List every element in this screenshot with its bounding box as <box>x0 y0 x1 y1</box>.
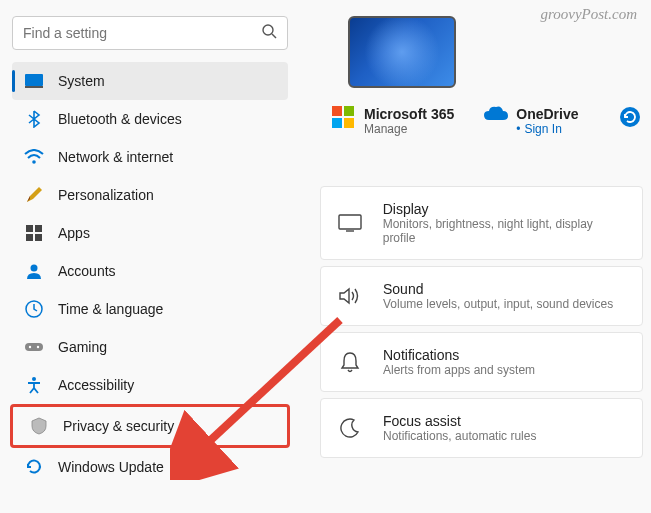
shield-icon <box>29 416 49 436</box>
sidebar-item-accounts[interactable]: Accounts <box>12 252 288 290</box>
svg-rect-20 <box>339 215 361 229</box>
sidebar-item-label: System <box>58 73 276 89</box>
sidebar-item-network[interactable]: Network & internet <box>12 138 288 176</box>
card-desc: Notifications, automatic rules <box>383 429 536 443</box>
svg-rect-2 <box>25 74 43 86</box>
microsoft-icon <box>332 106 354 128</box>
sound-icon <box>337 283 363 309</box>
svg-rect-8 <box>35 234 42 241</box>
sidebar-item-label: Privacy & security <box>63 418 271 434</box>
accessibility-icon <box>24 375 44 395</box>
ms365-sub: Manage <box>364 122 454 136</box>
card-desc: Monitors, brightness, night light, displ… <box>383 217 626 245</box>
sidebar-item-personalization[interactable]: Personalization <box>12 176 288 214</box>
svg-point-19 <box>620 107 640 127</box>
card-title: Display <box>383 201 626 217</box>
svg-rect-15 <box>332 106 342 116</box>
search-icon <box>261 23 277 43</box>
microsoft-365-tile[interactable]: Microsoft 365 Manage <box>332 106 454 136</box>
search-box[interactable] <box>12 16 288 50</box>
svg-point-12 <box>29 346 31 348</box>
paintbrush-icon <box>24 185 44 205</box>
sidebar-item-label: Network & internet <box>58 149 276 165</box>
main-content: Microsoft 365 Manage OneDrive •Sign In D… <box>300 0 651 458</box>
display-icon <box>337 210 363 236</box>
card-sound[interactable]: Sound Volume levels, output, input, soun… <box>320 266 643 326</box>
card-focus-assist[interactable]: Focus assist Notifications, automatic ru… <box>320 398 643 458</box>
sidebar-item-windows-update[interactable]: Windows Update <box>12 448 288 486</box>
update-icon <box>24 457 44 477</box>
bell-icon <box>337 349 363 375</box>
sidebar-item-time-language[interactable]: Time & language <box>12 290 288 328</box>
sidebar-item-privacy-security[interactable]: Privacy & security <box>17 407 283 445</box>
sidebar-item-accessibility[interactable]: Accessibility <box>12 366 288 404</box>
wifi-icon <box>24 147 44 167</box>
sidebar-item-apps[interactable]: Apps <box>12 214 288 252</box>
svg-rect-11 <box>25 343 43 351</box>
svg-point-9 <box>31 265 38 272</box>
sidebar-item-label: Accounts <box>58 263 276 279</box>
sidebar-item-label: Apps <box>58 225 276 241</box>
watermark: groovyPost.com <box>540 6 637 23</box>
card-display[interactable]: Display Monitors, brightness, night ligh… <box>320 186 643 260</box>
sidebar-item-label: Personalization <box>58 187 276 203</box>
sync-icon[interactable] <box>619 106 641 128</box>
system-icon <box>24 71 44 91</box>
card-title: Notifications <box>383 347 535 363</box>
sidebar-item-gaming[interactable]: Gaming <box>12 328 288 366</box>
gamepad-icon <box>24 337 44 357</box>
svg-rect-16 <box>344 106 354 116</box>
sidebar-item-label: Bluetooth & devices <box>58 111 276 127</box>
card-desc: Volume levels, output, input, sound devi… <box>383 297 613 311</box>
svg-line-1 <box>272 34 276 38</box>
sidebar-item-label: Accessibility <box>58 377 276 393</box>
onedrive-title: OneDrive <box>516 106 578 122</box>
sidebar-item-label: Gaming <box>58 339 276 355</box>
svg-rect-6 <box>35 225 42 232</box>
card-title: Focus assist <box>383 413 536 429</box>
annotation-highlight: Privacy & security <box>10 404 290 448</box>
cloud-services-row: Microsoft 365 Manage OneDrive •Sign In <box>320 106 651 136</box>
svg-point-14 <box>32 377 36 381</box>
sidebar-item-label: Time & language <box>58 301 276 317</box>
ms365-title: Microsoft 365 <box>364 106 454 122</box>
card-desc: Alerts from apps and system <box>383 363 535 377</box>
card-notifications[interactable]: Notifications Alerts from apps and syste… <box>320 332 643 392</box>
svg-point-13 <box>37 346 39 348</box>
svg-rect-18 <box>344 118 354 128</box>
svg-rect-5 <box>26 225 33 232</box>
apps-icon <box>24 223 44 243</box>
sidebar-item-label: Windows Update <box>58 459 276 475</box>
bluetooth-icon <box>24 109 44 129</box>
onedrive-tile[interactable]: OneDrive •Sign In <box>484 106 578 136</box>
card-title: Sound <box>383 281 613 297</box>
onedrive-sub: •Sign In <box>516 122 578 136</box>
search-input[interactable] <box>23 25 261 41</box>
sidebar: System Bluetooth & devices Network & int… <box>0 0 300 486</box>
svg-point-0 <box>263 25 273 35</box>
svg-rect-3 <box>25 86 43 88</box>
svg-rect-17 <box>332 118 342 128</box>
onedrive-icon <box>484 106 506 128</box>
moon-icon <box>337 415 363 441</box>
svg-point-4 <box>32 160 36 164</box>
sidebar-item-bluetooth[interactable]: Bluetooth & devices <box>12 100 288 138</box>
person-icon <box>24 261 44 281</box>
clock-icon <box>24 299 44 319</box>
svg-rect-7 <box>26 234 33 241</box>
desktop-preview <box>348 16 456 88</box>
sidebar-item-system[interactable]: System <box>12 62 288 100</box>
